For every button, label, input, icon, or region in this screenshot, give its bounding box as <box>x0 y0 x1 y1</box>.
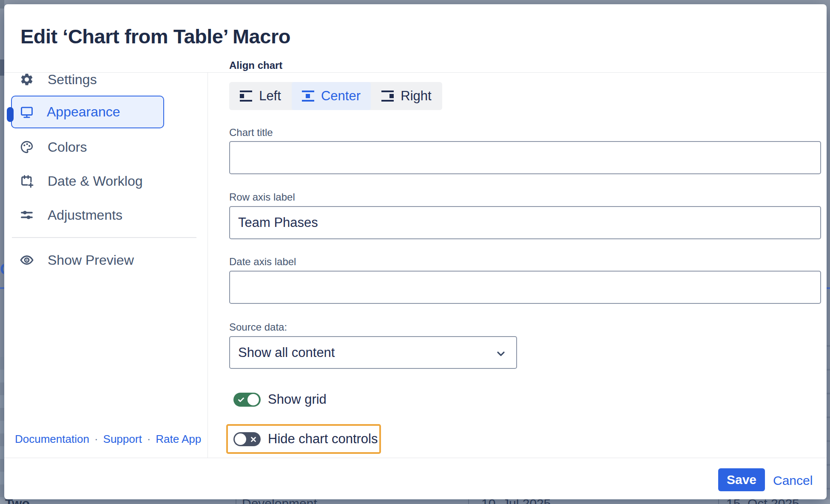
sidebar-section-divider <box>12 237 196 238</box>
backdrop-fragment <box>0 59 4 76</box>
chart-title-label: Chart title <box>229 127 273 139</box>
toggle-knob <box>247 394 259 405</box>
hide-chart-controls-label: Hide chart controls <box>268 431 378 447</box>
align-right-segment[interactable]: Right <box>371 82 442 110</box>
sidebar-item-label: Colors <box>48 139 87 155</box>
sidebar-footer-links: Documentation · Support · Rate App <box>15 433 202 446</box>
sidebar-item-label: Adjustments <box>48 207 122 223</box>
sidebar-item-colors[interactable]: Colors <box>20 133 198 161</box>
sidebar-item-date-worklog[interactable]: Date & Worklog <box>20 167 198 195</box>
sidebar-item-label: Appearance <box>47 104 120 120</box>
sidebar-divider <box>208 73 208 458</box>
align-chart-segmented-control: Left Center Right <box>229 82 442 110</box>
sidebar-item-adjustments[interactable]: Adjustments <box>20 201 198 229</box>
hide-chart-controls-highlight: Hide chart controls <box>226 424 381 454</box>
chevron-down-icon <box>495 348 507 360</box>
date-axis-input[interactable] <box>229 271 821 304</box>
check-icon <box>237 396 245 404</box>
segment-label: Center <box>321 88 361 104</box>
backdrop-letter-fragment: O <box>0 261 4 278</box>
backdrop-fragment <box>0 0 4 8</box>
calendar-plus-icon <box>20 174 34 188</box>
rate-app-link[interactable]: Rate App <box>156 433 201 446</box>
backdrop-table-stripes <box>827 323 830 499</box>
support-link[interactable]: Support <box>103 433 142 446</box>
align-left-segment[interactable]: Left <box>229 82 292 110</box>
show-grid-toggle[interactable] <box>233 393 261 407</box>
footer-divider <box>4 458 827 458</box>
save-button[interactable]: Save <box>718 468 765 491</box>
sidebar-item-label: Show Preview <box>48 252 134 268</box>
chart-title-input[interactable] <box>229 141 821 174</box>
show-grid-row: Show grid <box>233 392 327 407</box>
date-axis-label: Date axis label <box>229 256 296 268</box>
backdrop-divider-fragment <box>0 287 4 289</box>
align-chart-label: Align chart <box>229 59 282 71</box>
source-data-select[interactable]: Show all content <box>229 336 517 369</box>
backdrop-table-stripes <box>0 357 4 499</box>
cross-icon <box>250 436 257 443</box>
backdrop-table-border <box>236 499 236 504</box>
sidebar-item-show-preview[interactable]: Show Preview <box>20 246 198 274</box>
cancel-button[interactable]: Cancel <box>773 473 813 488</box>
eye-icon <box>20 253 34 267</box>
show-grid-label: Show grid <box>268 392 327 407</box>
backdrop-table-border <box>468 499 469 504</box>
segment-label: Right <box>401 88 431 104</box>
selected-indicator <box>7 107 14 122</box>
sidebar-item-settings[interactable]: Settings <box>20 66 198 93</box>
row-axis-label: Row axis label <box>229 191 295 203</box>
monitor-icon <box>20 105 34 119</box>
align-center-segment[interactable]: Center <box>292 82 371 110</box>
dialog-title: Edit ‘Chart from Table’ Macro <box>20 25 290 48</box>
hide-chart-controls-toggle[interactable] <box>233 432 261 446</box>
row-axis-input[interactable] <box>229 206 821 239</box>
backdrop-table-strip <box>0 499 830 504</box>
documentation-link[interactable]: Documentation <box>15 433 89 446</box>
select-value: Show all content <box>238 345 335 360</box>
gear-icon <box>20 72 34 87</box>
segment-label: Left <box>259 88 281 104</box>
toggle-knob <box>235 433 246 445</box>
sidebar-item-appearance[interactable]: Appearance <box>11 96 164 128</box>
align-center-icon <box>302 91 314 102</box>
palette-icon <box>20 140 34 154</box>
screen: O Two Development 10. Jul 2025 15. Oct 2… <box>0 0 830 504</box>
link-separator: · <box>94 433 98 446</box>
hide-chart-controls-row: Hide chart controls <box>233 431 378 447</box>
sidebar-item-label: Settings <box>48 72 97 88</box>
backdrop-table-border <box>718 499 719 504</box>
sidebar-item-label: Date & Worklog <box>48 173 143 189</box>
sliders-icon <box>20 208 34 222</box>
source-data-label: Source data: <box>229 321 287 333</box>
align-right-icon <box>381 91 394 102</box>
backdrop-divider-fragment <box>827 287 830 289</box>
align-left-icon <box>240 91 252 102</box>
edit-macro-dialog: Edit ‘Chart from Table’ Macro Settings A… <box>4 4 827 499</box>
link-separator: · <box>147 433 151 446</box>
